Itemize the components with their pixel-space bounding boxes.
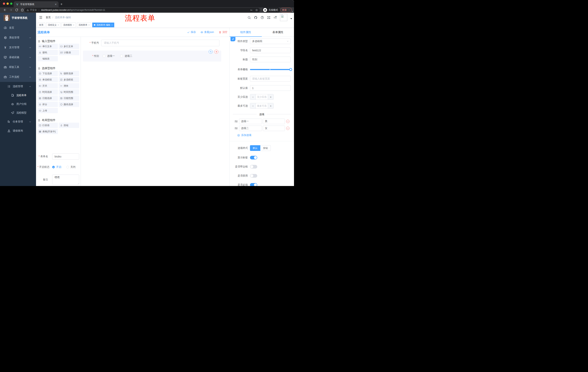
address-bar[interactable]: 不安全 | dashboard.yudao.iocoder.cn/bpm/man… <box>24 8 260 12</box>
data-bind-link-button[interactable] <box>231 37 235 41</box>
labelwidth-input[interactable]: 请输入标签宽度 <box>250 76 291 82</box>
tab-form-props[interactable]: 表单属性 <box>262 28 294 37</box>
tag-close-icon[interactable]: × <box>111 24 112 26</box>
bookmark-star-icon[interactable] <box>255 9 258 11</box>
tag-3[interactable]: 流程表单× <box>77 22 91 27</box>
browser-menu-icon[interactable]: ⋮ <box>288 9 290 11</box>
component-0-0[interactable]: 单行文本 <box>37 44 58 49</box>
component-1-2[interactable]: 单选框组 <box>37 77 58 82</box>
component-1-8[interactable]: 日期选择 <box>37 96 58 101</box>
sidebar-subitem-2[interactable]: 用户分组 <box>0 100 36 108</box>
sidebar-item-0[interactable]: 首页 <box>0 23 36 33</box>
canvas-gender-field-selected[interactable]: 性别 选项一选项二 <box>83 51 221 62</box>
font-size-icon[interactable]: TT <box>274 16 277 20</box>
toggle-switch-3[interactable] <box>250 183 257 186</box>
gender-checkbox-0[interactable]: 选项一 <box>103 54 115 58</box>
status-radio-1[interactable]: 关闭 <box>66 165 75 169</box>
tab-component-props[interactable]: 组件属性 <box>230 28 262 37</box>
option-value-input[interactable]: 女 <box>263 126 285 131</box>
component-1-6[interactable]: 时间选择 <box>37 89 58 95</box>
component-1-7[interactable]: 时间范围 <box>59 89 79 95</box>
sidebar-item-1[interactable]: 系统管理 <box>0 33 36 43</box>
component-0-1[interactable]: 多行文本 <box>59 44 79 49</box>
default-value-input[interactable]: 1 <box>250 85 291 91</box>
component-2-1[interactable]: 按钮 <box>59 123 79 128</box>
canvas-phone-field[interactable]: 手机号 请输入手机号 <box>81 40 230 46</box>
slider-handle[interactable] <box>289 68 292 71</box>
sidebar-item-2[interactable]: ¥支付管理 <box>0 43 36 53</box>
sidebar-subitem-0[interactable]: 流程管理 <box>0 82 36 91</box>
help-icon[interactable] <box>261 16 264 19</box>
sidebar-logo[interactable]: 芋道管理系统 <box>0 13 36 23</box>
type-select[interactable]: 多选框组 <box>250 38 291 44</box>
tag-close-icon[interactable]: × <box>73 24 74 26</box>
component-1-5[interactable]: 滑块 <box>59 83 79 88</box>
sidebar-item-5[interactable]: 工作流程 <box>0 72 36 82</box>
sidebar-item-3[interactable]: 基础设施 <box>0 53 36 62</box>
chrome-caret-icon[interactable]: ▼ <box>292 11 293 12</box>
option-label-input[interactable]: 选项一 <box>239 119 262 124</box>
tag-1[interactable]: 流程定义× <box>46 22 60 27</box>
minus-button[interactable]: − <box>250 94 256 100</box>
component-1-11[interactable]: 颜色选择 <box>59 102 79 107</box>
hamburger-icon[interactable] <box>39 16 42 19</box>
status-radio-0[interactable]: 开启 <box>52 165 61 169</box>
browser-tab[interactable]: 芋道管理系统 ✕ <box>14 1 59 7</box>
title-input[interactable]: 性别 <box>250 57 291 62</box>
search-icon[interactable] <box>247 16 251 19</box>
avatar-caret-icon[interactable] <box>290 18 292 19</box>
avatar[interactable] <box>280 14 287 21</box>
breadcrumb-home[interactable]: 首页 <box>46 16 51 19</box>
tag-0[interactable]: 首页 <box>37 22 45 27</box>
option-value-input[interactable]: 男 <box>263 119 285 124</box>
sidebar-subitem-4[interactable]: 任务管理 <box>0 117 36 126</box>
reload-icon[interactable] <box>15 8 18 12</box>
form-remark-textarea[interactable]: 嘿嘿 <box>52 175 79 185</box>
designer-action-1[interactable]: 查看json <box>200 31 214 34</box>
component-1-10[interactable]: 评分 <box>37 102 58 107</box>
plus-button[interactable]: + <box>268 94 273 100</box>
github-icon[interactable] <box>254 16 257 19</box>
tag-close-icon[interactable]: × <box>58 24 59 26</box>
form-name-input[interactable]: biubiu <box>52 153 79 159</box>
minus-button[interactable]: − <box>250 103 256 108</box>
designer-action-2[interactable]: 清空 <box>219 31 227 34</box>
component-2-2[interactable]: 表格[开发中] <box>37 129 58 134</box>
copy-component-button[interactable] <box>209 50 213 54</box>
style-option-0[interactable]: 默认 <box>250 145 260 151</box>
component-1-1[interactable]: 级联选择 <box>59 71 79 76</box>
new-tab-button[interactable]: + <box>60 2 63 6</box>
grid-slider[interactable] <box>250 69 291 70</box>
component-2-0[interactable]: 行容器 <box>37 123 58 128</box>
option-label-input[interactable]: 选项二 <box>239 126 262 131</box>
component-1-0[interactable]: 下拉选择 <box>37 71 58 76</box>
tag-4[interactable]: 流程表单-编辑× <box>92 22 114 27</box>
sidebar-item-4[interactable]: 研发工具 <box>0 62 36 72</box>
toggle-switch-1[interactable] <box>250 165 257 169</box>
forward-icon[interactable] <box>9 8 12 12</box>
remove-option-button[interactable] <box>286 127 289 130</box>
remove-option-button[interactable] <box>286 120 289 123</box>
home-icon[interactable] <box>21 8 24 12</box>
sidebar-subitem-5[interactable]: 请假查询 <box>0 126 36 135</box>
browser-update-button[interactable]: 更新 ⋮ <box>280 8 292 12</box>
zoom-window-button[interactable] <box>10 2 12 5</box>
component-1-4[interactable]: 开关 <box>37 83 58 88</box>
phone-input[interactable]: 请输入手机号 <box>101 40 220 46</box>
plus-button[interactable]: + <box>268 103 273 108</box>
password-key-icon[interactable] <box>250 9 253 11</box>
toggle-switch-2[interactable] <box>250 174 257 178</box>
field-name-input[interactable]: field122 <box>250 47 291 53</box>
tag-2[interactable]: 流程模型× <box>62 22 76 27</box>
sidebar-subitem-1[interactable]: 流程表单 <box>0 91 36 100</box>
tab-close-icon[interactable]: ✕ <box>55 3 57 6</box>
component-1-9[interactable]: 日期范围 <box>59 96 79 101</box>
toggle-switch-0[interactable] <box>250 156 257 159</box>
component-1-12[interactable]: 上传 <box>37 108 58 113</box>
close-window-button[interactable] <box>3 2 5 5</box>
back-icon[interactable] <box>3 8 7 12</box>
delete-component-button[interactable] <box>214 50 218 54</box>
component-1-3[interactable]: 多选框组 <box>59 77 79 82</box>
gender-checkbox-1[interactable]: 选项二 <box>120 54 132 58</box>
minimize-window-button[interactable] <box>7 2 9 5</box>
